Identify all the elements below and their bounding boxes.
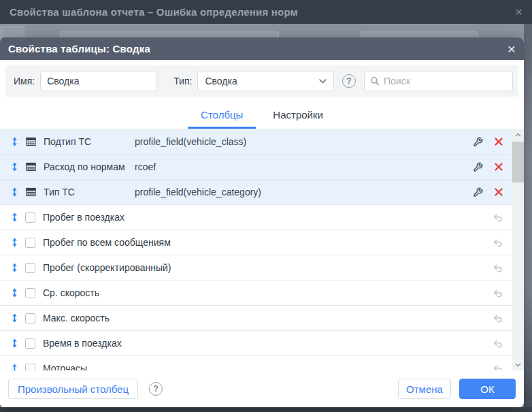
undo-icon[interactable] bbox=[493, 212, 503, 223]
dimmed-background-edge bbox=[524, 24, 532, 407]
drag-handle-icon[interactable] bbox=[10, 161, 19, 172]
column-checkbox[interactable] bbox=[25, 338, 35, 349]
screen: Свойства шаблона отчета – Ошибка определ… bbox=[0, 0, 532, 412]
scroll-down-icon[interactable] bbox=[512, 360, 524, 370]
delete-icon[interactable] bbox=[495, 138, 503, 146]
table-row[interactable]: Пробег в поездках bbox=[0, 205, 512, 230]
dialog-title: Свойства таблицы: Сводка bbox=[8, 43, 150, 54]
type-label: Тип: bbox=[173, 76, 192, 86]
help-icon[interactable]: ? bbox=[342, 74, 356, 88]
column-label: Подтип ТС bbox=[44, 136, 135, 147]
undo-icon[interactable] bbox=[493, 263, 503, 273]
table-row[interactable]: Пробег по всем сообщениям bbox=[0, 230, 512, 255]
undo-icon[interactable] bbox=[493, 338, 503, 349]
search-icon bbox=[370, 76, 380, 86]
drag-handle-icon[interactable] bbox=[10, 338, 19, 349]
row-actions bbox=[493, 338, 512, 349]
dimmed-background-bottom bbox=[0, 407, 532, 412]
search-input[interactable] bbox=[384, 76, 507, 86]
scroll-up-icon[interactable] bbox=[512, 129, 524, 140]
drag-handle-icon[interactable] bbox=[10, 287, 19, 298]
name-input[interactable] bbox=[40, 71, 157, 91]
scrollbar-thumb[interactable] bbox=[512, 142, 524, 183]
name-label: Имя: bbox=[14, 76, 35, 86]
search-box bbox=[364, 71, 513, 91]
column-checkbox[interactable] bbox=[25, 288, 35, 298]
drag-handle-icon[interactable] bbox=[10, 262, 19, 273]
row-actions bbox=[473, 137, 512, 147]
column-checkbox[interactable] bbox=[25, 364, 35, 371]
row-actions bbox=[493, 238, 512, 248]
columns-list: Подтип ТС profile_field(vehicle_class) bbox=[0, 129, 512, 370]
delete-icon[interactable] bbox=[495, 163, 503, 171]
dialog-header: Свойства таблицы: Сводка × bbox=[0, 37, 524, 60]
drag-handle-icon[interactable] bbox=[10, 313, 19, 323]
scrollbar bbox=[512, 129, 524, 370]
column-formula: rcoef bbox=[135, 161, 156, 172]
row-actions bbox=[493, 364, 512, 371]
column-label: Пробег по всем сообщениям bbox=[43, 237, 171, 248]
outer-close-icon: × bbox=[515, 5, 522, 18]
column-label: Тип ТС bbox=[44, 187, 135, 197]
column-checkbox[interactable] bbox=[25, 263, 35, 273]
drag-handle-icon[interactable] bbox=[10, 136, 19, 147]
column-checkbox[interactable] bbox=[25, 238, 35, 248]
row-actions bbox=[493, 212, 512, 223]
drag-handle-icon[interactable] bbox=[10, 237, 19, 248]
table-row[interactable]: Моточасы bbox=[0, 356, 512, 370]
undo-icon[interactable] bbox=[493, 313, 503, 323]
table-column-icon[interactable] bbox=[25, 161, 37, 172]
columns-list-wrap: Подтип ТС profile_field(vehicle_class) bbox=[0, 129, 524, 370]
close-icon[interactable]: × bbox=[508, 42, 516, 56]
table-row[interactable]: Подтип ТС profile_field(vehicle_class) bbox=[0, 129, 512, 155]
row-actions bbox=[473, 162, 512, 172]
column-label: Пробег (скорректированный) bbox=[43, 262, 171, 273]
wrench-icon[interactable] bbox=[473, 137, 483, 147]
table-column-icon[interactable] bbox=[25, 187, 37, 197]
type-select[interactable]: Сводка bbox=[197, 71, 334, 91]
column-label: Ср. скорость bbox=[43, 287, 134, 298]
drag-handle-icon[interactable] bbox=[10, 187, 19, 197]
delete-icon[interactable] bbox=[495, 188, 503, 196]
row-actions bbox=[493, 263, 512, 273]
column-label: Макс. скорость bbox=[43, 313, 134, 323]
tab-settings[interactable]: Настройки bbox=[260, 101, 336, 129]
cancel-button[interactable]: Отмена bbox=[398, 379, 451, 399]
column-checkbox[interactable] bbox=[25, 313, 35, 323]
column-label: Время в поездках bbox=[43, 338, 134, 349]
table-column-icon[interactable] bbox=[25, 136, 37, 147]
column-formula: profile_field(vehicle_category) bbox=[135, 187, 261, 197]
row-actions bbox=[493, 313, 512, 323]
column-label: Пробег в поездках bbox=[43, 212, 134, 223]
undo-icon[interactable] bbox=[493, 288, 503, 298]
tabs: Столбцы Настройки bbox=[0, 97, 524, 129]
column-formula: profile_field(vehicle_class) bbox=[135, 136, 246, 147]
wrench-icon[interactable] bbox=[473, 187, 483, 197]
dialog-footer: Произвольный столбец ? Отмена ОК bbox=[0, 370, 524, 407]
drag-handle-icon[interactable] bbox=[10, 363, 19, 370]
footer-help-icon[interactable]: ? bbox=[149, 382, 163, 396]
outer-dialog-titlebar: Свойства шаблона отчета – Ошибка определ… bbox=[0, 0, 532, 24]
table-row[interactable]: Пробег (скорректированный) bbox=[0, 255, 512, 281]
column-checkbox[interactable] bbox=[25, 212, 35, 223]
outer-dialog-title: Свойства шаблона отчета – Ошибка определ… bbox=[10, 6, 298, 18]
chevron-down-icon bbox=[319, 79, 327, 84]
column-label: Расход по нормам bbox=[44, 161, 135, 172]
custom-column-button[interactable]: Произвольный столбец bbox=[8, 379, 138, 399]
toolbar: Имя: Тип: Сводка ? bbox=[5, 65, 518, 97]
undo-icon[interactable] bbox=[493, 364, 503, 371]
ok-button[interactable]: ОК bbox=[459, 379, 516, 399]
wrench-icon[interactable] bbox=[473, 162, 483, 172]
table-row[interactable]: Время в поездках bbox=[0, 331, 512, 356]
tab-columns[interactable]: Столбцы bbox=[188, 101, 256, 129]
undo-icon[interactable] bbox=[493, 238, 503, 248]
type-select-value: Сводка bbox=[205, 76, 237, 86]
row-actions bbox=[473, 187, 512, 197]
table-row[interactable]: Ср. скорость bbox=[0, 281, 512, 306]
table-row[interactable]: Расход по нормам rcoef bbox=[0, 155, 512, 180]
drag-handle-icon[interactable] bbox=[10, 212, 19, 223]
table-row[interactable]: Макс. скорость bbox=[0, 306, 512, 331]
table-properties-dialog: Свойства таблицы: Сводка × Имя: Тип: Сво… bbox=[0, 37, 524, 407]
row-actions bbox=[493, 288, 512, 298]
table-row[interactable]: Тип ТС profile_field(vehicle_category) bbox=[0, 180, 512, 205]
